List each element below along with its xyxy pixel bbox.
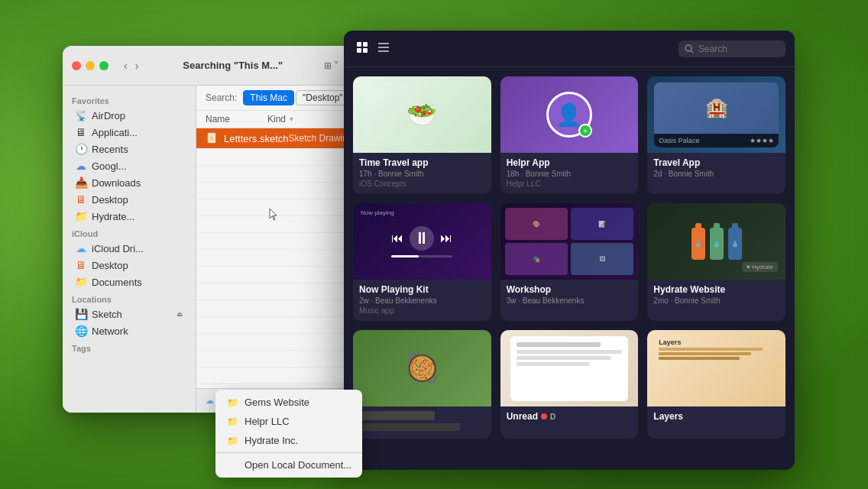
hotel-footer: Oasis Palace ★★★★ (654, 134, 779, 147)
sidebar-item-icloud-desktop[interactable]: 🖥 Desktop (66, 257, 193, 274)
svg-point-10 (685, 45, 691, 51)
rp-list-view-button[interactable] (374, 38, 393, 59)
sidebar-item-label: Desktop (92, 194, 128, 206)
sidebar-item-applications[interactable]: 🖥 Applicati... (66, 124, 193, 141)
ctx-item-hydrate-inc[interactable]: 📁 Hydrate Inc. (215, 431, 362, 450)
sidebar-item-hydrate[interactable]: 📁 Hydrate... (66, 208, 193, 225)
back-button[interactable]: ‹ (121, 58, 131, 73)
app-thumbnail: 🎨 📝 🎭 🖼 (500, 203, 639, 280)
right-panel: 🥗 Time Travel app 17h · Bonnie Smith iOS… (344, 31, 795, 470)
sidebar-item-airdrop[interactable]: 📡 AirDrop (66, 107, 193, 124)
app-card-time-travel[interactable]: 🥗 Time Travel app 17h · Bonnie Smith iOS… (353, 76, 491, 194)
app-info: Time Travel app 17h · Bonnie Smith iOS C… (353, 153, 491, 194)
eject-icon: ⏏ (177, 310, 183, 318)
app-thumbnail: 🥗 (353, 76, 491, 153)
svg-rect-3 (357, 42, 361, 47)
app-name: Travel App (653, 157, 779, 168)
ws-cell: 🖼 (571, 243, 633, 275)
app-meta: 18h · Bonnie Smith (507, 170, 633, 178)
view-toggle-button[interactable]: ⊞ ˅ (321, 59, 342, 73)
desktop-icon: 🖥 (75, 193, 87, 206)
app-card-travel[interactable]: 🏨 Oasis Palace ★★★★ Travel App 2d · Bonn… (647, 76, 785, 194)
minimize-button[interactable] (86, 61, 95, 70)
app-thumbnail (500, 330, 639, 406)
sidebar-item-label: Documents (92, 277, 142, 288)
app-info: Unread D (500, 406, 639, 429)
app-info: Helpr App 18h · Bonnie Smith Helpr LLC (500, 153, 639, 194)
unread-badge-label: D (550, 413, 555, 421)
rp-search-bar[interactable] (679, 40, 785, 57)
sidebar-item-google[interactable]: ☁ Googl... (66, 157, 193, 174)
app-info (353, 406, 491, 439)
app-thumbnail: Layers (647, 330, 785, 406)
app-meta: 2d · Bonnie Smith (653, 170, 779, 178)
app-card-food[interactable]: 🥘 (353, 330, 491, 439)
scope-this-mac[interactable]: This Mac (243, 90, 294, 105)
app-name: Now Playing Kit (359, 284, 485, 295)
ws-cell: 📝 (571, 208, 633, 240)
ctx-item-open-local[interactable]: Open Local Document... (215, 455, 362, 474)
file-icon: S (206, 131, 219, 145)
svg-text:S: S (210, 136, 213, 141)
app-card-now-playing[interactable]: Now playing ⏮ ⏸ ⏭ Now Playing Kit 2w · B… (353, 203, 491, 321)
sidebar-item-label: Recents (92, 144, 128, 155)
app-meta: 3w · Beau Bekkenenks (507, 296, 633, 305)
documents-icon: 📁 (75, 276, 87, 288)
app-meta (359, 423, 460, 431)
svg-rect-9 (378, 50, 389, 52)
svg-rect-8 (378, 47, 389, 48)
app-info: Layers (647, 406, 785, 429)
sidebar-item-label: Googl... (92, 160, 127, 172)
maximize-button[interactable] (99, 61, 108, 70)
svg-rect-7 (378, 43, 389, 44)
close-button[interactable] (72, 61, 81, 70)
app-name (359, 411, 435, 420)
app-name: Layers (653, 411, 779, 422)
app-card-unread[interactable]: Unread D (500, 330, 639, 439)
forward-button[interactable]: › (132, 58, 142, 73)
now-playing-thumb: Now playing ⏮ ⏸ ⏭ (353, 203, 491, 280)
sidebar: Favorites 📡 AirDrop 🖥 Applicati... 🕐 Rec… (63, 86, 196, 413)
google-icon: ☁ (75, 160, 87, 172)
sidebar-item-sketch[interactable]: 💾 Sketch ⏏ (66, 306, 193, 322)
scope-desktop[interactable]: "Desktop" (296, 90, 350, 105)
app-category: Helpr LLC (507, 180, 633, 188)
rp-grid-view-button[interactable] (353, 38, 371, 59)
app-thumbnail: 🥘 (353, 330, 491, 406)
app-card-layers[interactable]: Layers Layers (647, 330, 785, 439)
workshop-thumb: 🎨 📝 🎭 🖼 (500, 203, 639, 280)
app-card-hydrate-website[interactable]: 💧 💧 💧 ♥ Hydrate Hydrat (647, 203, 785, 321)
sidebar-item-desktop[interactable]: 🖥 Desktop (66, 191, 193, 208)
hydrate-folder-icon: 📁 (75, 210, 87, 222)
sidebar-item-recents[interactable]: 🕐 Recents (66, 141, 193, 157)
recents-icon: 🕐 (75, 143, 87, 155)
sidebar-item-documents[interactable]: 📁 Documents (66, 274, 193, 290)
ctx-item-gems[interactable]: 📁 Gems Website (215, 393, 362, 412)
airdrop-icon: 📡 (75, 109, 87, 121)
sidebar-item-label: Desktop (92, 260, 128, 271)
svg-rect-5 (357, 48, 361, 53)
badge-plus: + (578, 124, 592, 138)
hydrate-thumb: 💧 💧 💧 ♥ Hydrate (647, 203, 785, 280)
app-name: Workshop (507, 284, 633, 295)
downloads-icon: 📥 (75, 176, 87, 189)
app-meta: 2w · Beau Bekkenenks (359, 296, 485, 305)
hydrate-brand-label: ♥ Hydrate (742, 262, 778, 272)
sidebar-item-label: iCloud Dri... (92, 243, 144, 254)
rp-search-input[interactable] (698, 44, 775, 54)
sidebar-item-icloud-drive[interactable]: ☁ iCloud Dri... (66, 240, 193, 257)
app-card-workshop[interactable]: 🎨 📝 🎭 🖼 Workshop 3w · Beau Bekkenenks (500, 203, 639, 321)
sketch-icon: 💾 (75, 308, 87, 320)
sidebar-item-downloads[interactable]: 📥 Downloads (66, 174, 193, 191)
sidebar-item-network[interactable]: 🌐 Network (66, 322, 193, 339)
locations-label: Locations (63, 290, 196, 306)
np-label: Now playing (361, 209, 394, 216)
ctx-item-helpr[interactable]: 📁 Helpr LLC (215, 412, 362, 431)
folder-icon: 📁 (226, 397, 238, 408)
context-menu: 📁 Gems Website 📁 Helpr LLC 📁 Hydrate Inc… (215, 390, 362, 478)
app-card-helpr[interactable]: 👤 + Helpr App 18h · Bonnie Smith Helpr L… (500, 76, 639, 194)
folder-icon: 📁 (226, 416, 238, 427)
app-category: iOS Concepts (359, 180, 485, 188)
app-thumbnail: 👤 + (500, 76, 639, 153)
svg-rect-4 (363, 42, 368, 47)
